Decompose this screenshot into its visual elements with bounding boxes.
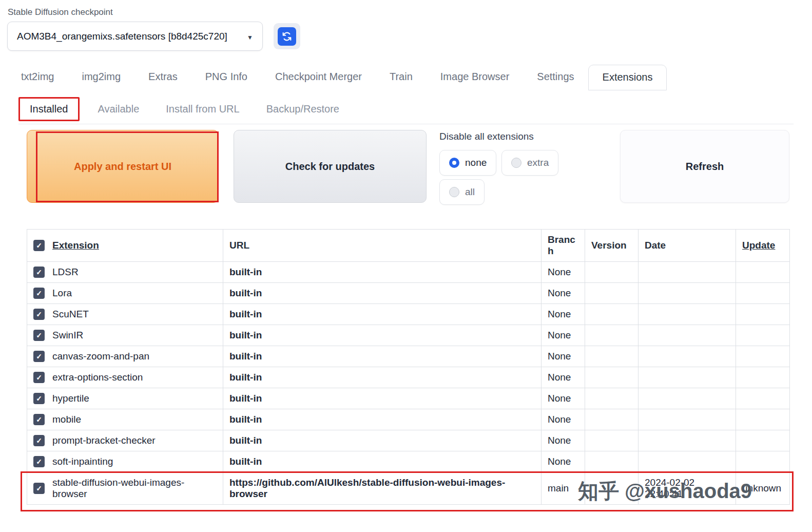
extension-checkbox[interactable] xyxy=(33,393,45,404)
extension-update xyxy=(736,367,790,388)
tab-image-browser[interactable]: Image Browser xyxy=(427,65,524,90)
check-for-updates-button[interactable]: Check for updates xyxy=(234,130,427,203)
table-row: soft-inpainting built-in None xyxy=(27,451,790,472)
extension-url: built-in xyxy=(223,262,542,283)
radio-option-all[interactable]: all xyxy=(439,179,485,205)
radio-option-extra[interactable]: extra xyxy=(501,150,558,176)
tab-settings[interactable]: Settings xyxy=(523,65,588,90)
table-header-row: Extension URL Branch Version Date Update xyxy=(27,230,790,262)
refresh-checkpoint-button[interactable] xyxy=(274,23,300,49)
extension-date: 2024-02-02 22:40:41 xyxy=(639,472,736,505)
extension-name: ScuNET xyxy=(52,309,89,320)
extension-checkbox[interactable] xyxy=(33,372,45,383)
extension-date xyxy=(639,409,736,430)
column-header-date: Date xyxy=(639,230,736,262)
table-row: LDSR built-in None xyxy=(27,262,790,283)
extension-checkbox[interactable] xyxy=(33,414,45,425)
extension-name: prompt-bracket-checker xyxy=(52,435,156,446)
extension-version xyxy=(585,388,639,409)
extension-version xyxy=(585,472,639,505)
extension-date xyxy=(639,451,736,472)
extension-url: built-in xyxy=(223,304,542,325)
extension-checkbox[interactable] xyxy=(33,330,45,341)
extension-checkbox[interactable] xyxy=(33,267,45,278)
apply-restart-button[interactable]: Apply and restart UI xyxy=(27,130,219,203)
radio-icon xyxy=(449,158,459,168)
refresh-icon xyxy=(278,27,296,46)
column-header-update: Update xyxy=(736,230,790,262)
extension-version xyxy=(585,304,639,325)
extension-name: soft-inpainting xyxy=(52,456,113,467)
extension-branch: None xyxy=(542,283,585,304)
extension-url: built-in xyxy=(223,388,542,409)
extension-checkbox[interactable] xyxy=(33,483,45,494)
extension-checkbox[interactable] xyxy=(33,456,45,467)
extension-version xyxy=(585,367,639,388)
table-row: Lora built-in None xyxy=(27,283,790,304)
extension-checkbox[interactable] xyxy=(33,309,45,320)
extension-branch: None xyxy=(542,262,585,283)
tab-txt2img[interactable]: txt2img xyxy=(7,65,68,90)
refresh-button[interactable]: Refresh xyxy=(620,130,789,203)
checkpoint-value: AOM3B4_orangemixs.safetensors [b8d425c72… xyxy=(17,31,227,42)
extension-name: stable-diffusion-webui-images-browser xyxy=(52,477,217,500)
extension-checkbox[interactable] xyxy=(33,288,45,299)
table-row: extra-options-section built-in None xyxy=(27,367,790,388)
table-row: stable-diffusion-webui-images-browser ht… xyxy=(27,472,790,505)
extension-name: LDSR xyxy=(52,267,79,278)
extension-update xyxy=(736,430,790,451)
subtab-install-from-url[interactable]: Install from URL xyxy=(152,97,253,121)
tab-extras[interactable]: Extras xyxy=(134,65,191,90)
checkpoint-dropdown[interactable]: AOM3B4_orangemixs.safetensors [b8d425c72… xyxy=(7,22,263,51)
extension-branch: None xyxy=(542,325,585,346)
extension-url: built-in xyxy=(223,346,542,367)
extension-branch: None xyxy=(542,451,585,472)
extension-url: built-in xyxy=(223,367,542,388)
tab-img2img[interactable]: img2img xyxy=(68,65,134,90)
tab-png-info[interactable]: PNG Info xyxy=(191,65,261,90)
extension-date xyxy=(639,388,736,409)
extension-name: extra-options-section xyxy=(52,372,143,383)
select-all-checkbox[interactable] xyxy=(33,240,45,251)
extensions-subtab-bar: Installed Available Install from URL Bac… xyxy=(18,94,794,124)
extension-checkbox[interactable] xyxy=(33,435,45,446)
extension-branch: None xyxy=(542,388,585,409)
extension-date xyxy=(639,346,736,367)
extension-branch: main xyxy=(542,472,585,505)
extension-date xyxy=(639,283,736,304)
extension-checkbox[interactable] xyxy=(33,351,45,362)
extension-name: SwinIR xyxy=(52,330,83,341)
extension-update xyxy=(736,451,790,472)
extension-branch: None xyxy=(542,304,585,325)
extension-date xyxy=(639,304,736,325)
extension-update xyxy=(736,388,790,409)
extension-version xyxy=(585,262,639,283)
extension-name: Lora xyxy=(52,288,72,299)
extensions-table: Extension URL Branch Version Date Update… xyxy=(27,229,790,505)
radio-label: extra xyxy=(527,157,549,168)
subtab-installed[interactable]: Installed xyxy=(18,97,80,121)
table-row: SwinIR built-in None xyxy=(27,325,790,346)
column-header-branch: Branch xyxy=(542,230,585,262)
extension-name: hypertile xyxy=(52,393,89,404)
extensions-table-body: LDSR built-in None Lora built-in None Sc… xyxy=(27,262,790,505)
radio-icon xyxy=(449,187,459,197)
extension-update xyxy=(736,346,790,367)
extension-url: https://github.com/AlUlkesh/stable-diffu… xyxy=(223,472,542,505)
extension-url: built-in xyxy=(223,430,542,451)
extension-version xyxy=(585,409,639,430)
extension-version xyxy=(585,430,639,451)
extension-date xyxy=(639,325,736,346)
extension-name: mobile xyxy=(52,414,81,425)
extension-url: built-in xyxy=(223,409,542,430)
tab-checkpoint-merger[interactable]: Checkpoint Merger xyxy=(261,65,376,90)
chevron-down-icon xyxy=(247,31,253,42)
subtab-available[interactable]: Available xyxy=(85,97,153,121)
radio-option-none[interactable]: none xyxy=(439,150,496,176)
tab-train[interactable]: Train xyxy=(376,65,427,90)
main-tab-bar: txt2img img2img Extras PNG Info Checkpoi… xyxy=(7,65,667,90)
table-row: ScuNET built-in None xyxy=(27,304,790,325)
tab-extensions[interactable]: Extensions xyxy=(588,65,667,90)
subtab-backup-restore[interactable]: Backup/Restore xyxy=(253,97,353,121)
extension-branch: None xyxy=(542,367,585,388)
